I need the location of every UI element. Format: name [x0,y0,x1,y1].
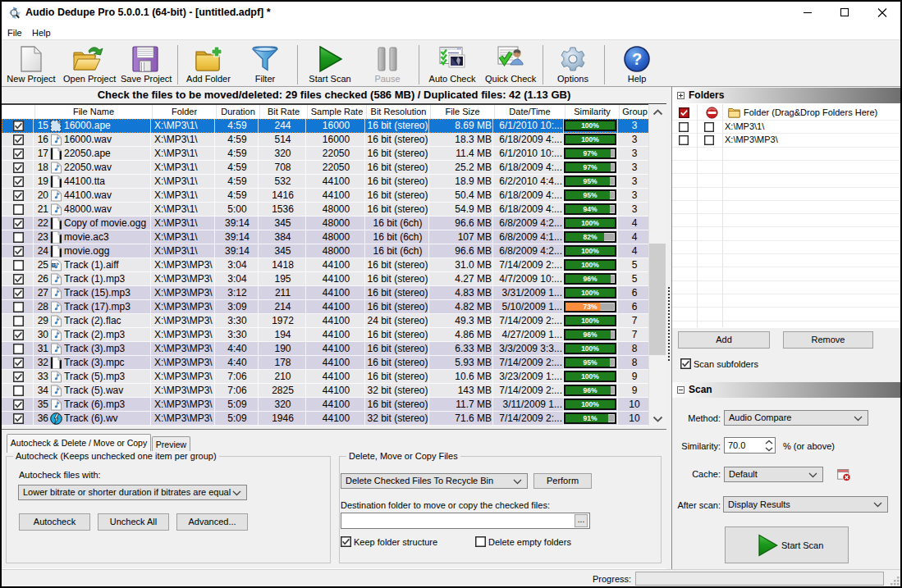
svg-text:?: ? [632,50,642,68]
